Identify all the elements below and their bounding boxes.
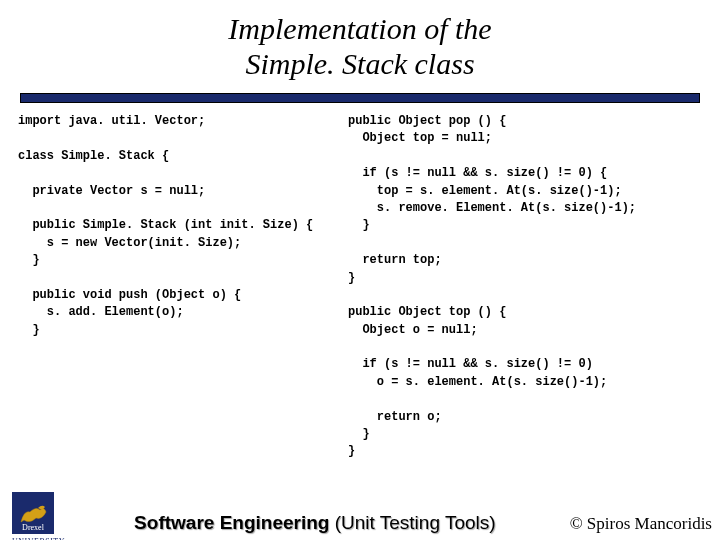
footer-title-bold: Software Engineering bbox=[134, 512, 335, 533]
title-line-2: Simple. Stack class bbox=[245, 47, 474, 80]
footer-copyright: © Spiros Mancoridis bbox=[570, 514, 712, 534]
code-columns: import java. util. Vector; class Simple.… bbox=[0, 113, 720, 461]
code-right-column: public Object pop () { Object top = null… bbox=[348, 113, 710, 461]
code-left-column: import java. util. Vector; class Simple.… bbox=[18, 113, 348, 461]
footer-title: Software Engineering (Unit Testing Tools… bbox=[60, 512, 570, 534]
slide-title: Implementation of the Simple. Stack clas… bbox=[0, 0, 720, 89]
slide-footer: Drexel UNIVERSITY Software Engineering (… bbox=[0, 492, 720, 534]
footer-title-rest: (Unit Testing Tools) bbox=[335, 512, 496, 533]
title-underline bbox=[20, 93, 700, 103]
logo-school-name: Drexel bbox=[12, 523, 54, 532]
title-line-1: Implementation of the bbox=[228, 12, 491, 45]
university-logo: Drexel UNIVERSITY bbox=[12, 492, 54, 534]
